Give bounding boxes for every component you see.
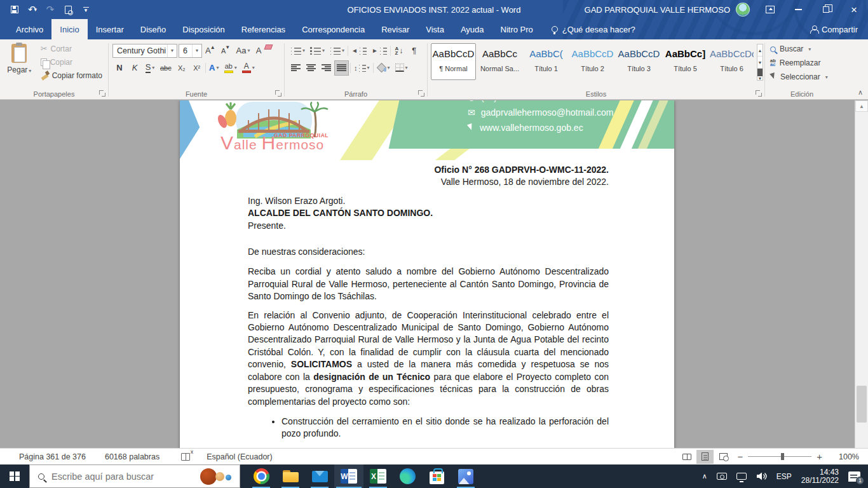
redo-button[interactable]: ↷ bbox=[42, 1, 58, 18]
font-dialog-launcher-icon[interactable] bbox=[275, 90, 281, 97]
styles-dialog-launcher-icon[interactable] bbox=[756, 90, 762, 97]
taskbar-store[interactable] bbox=[422, 464, 451, 488]
tab-nitro-pro[interactable]: Nitro Pro bbox=[492, 19, 541, 39]
change-case-button[interactable]: Aa bbox=[234, 43, 252, 58]
speaker-icon[interactable] bbox=[756, 472, 767, 480]
sort-button[interactable]: AZ↓ bbox=[392, 43, 406, 58]
decrease-indent-button[interactable]: ◄ bbox=[349, 43, 369, 58]
restore-button[interactable] bbox=[812, 0, 840, 19]
paste-button[interactable]: Pegar bbox=[3, 42, 36, 74]
shading-button[interactable] bbox=[375, 60, 392, 76]
undo-button[interactable]: ↶▾ bbox=[24, 1, 41, 18]
account-avatar[interactable] bbox=[736, 3, 750, 17]
close-button[interactable]: × bbox=[840, 0, 868, 19]
read-mode-button[interactable] bbox=[678, 450, 695, 464]
style-titulo-6[interactable]: AaBbCcDc Título 6 bbox=[709, 43, 754, 80]
customize-qat-button[interactable]: ▾ bbox=[78, 1, 94, 18]
tell-me-box[interactable]: ¿Qué desea hacer? bbox=[552, 19, 635, 39]
copy-button[interactable]: Copiar bbox=[37, 55, 105, 69]
shrink-font-button[interactable]: A▼ bbox=[219, 43, 233, 58]
tab-diseno[interactable]: Diseño bbox=[132, 19, 174, 39]
styles-scroll-down-icon[interactable]: ▼ bbox=[757, 57, 763, 69]
cut-button[interactable]: ✂ Cortar bbox=[37, 42, 105, 55]
network-tray-icon[interactable] bbox=[736, 473, 747, 480]
vertical-scrollbar[interactable]: ▲ bbox=[855, 100, 868, 448]
superscript-button[interactable]: X² bbox=[190, 60, 204, 76]
proofing-status-icon[interactable] bbox=[181, 453, 190, 461]
tab-vista[interactable]: Vista bbox=[417, 19, 452, 39]
start-button[interactable] bbox=[0, 464, 29, 488]
taskbar-word[interactable]: W bbox=[334, 464, 363, 488]
text-effects-button[interactable]: A bbox=[207, 60, 221, 76]
hidden-icons-chevron-icon[interactable]: ∧ bbox=[702, 472, 707, 480]
format-painter-button[interactable]: Copiar formato bbox=[37, 69, 105, 82]
style-titulo-2[interactable]: AaBbCcD Título 2 bbox=[570, 43, 615, 80]
taskbar-photos[interactable] bbox=[451, 464, 480, 488]
font-color-button[interactable]: A bbox=[240, 60, 257, 76]
font-name-combo[interactable]: Century Gothi ▾ bbox=[112, 44, 177, 58]
bold-button[interactable]: N bbox=[112, 60, 126, 76]
taskbar-search-box[interactable] bbox=[29, 464, 240, 488]
keyboard-language[interactable]: ESP bbox=[776, 472, 792, 481]
clipboard-dialog-launcher-icon[interactable] bbox=[99, 90, 105, 97]
tab-ayuda[interactable]: Ayuda bbox=[452, 19, 492, 39]
tab-insertar[interactable]: Insertar bbox=[88, 19, 132, 39]
tab-referencias[interactable]: Referencias bbox=[233, 19, 294, 39]
taskbar-file-explorer[interactable] bbox=[276, 464, 305, 488]
zoom-in-button[interactable]: + bbox=[811, 451, 827, 462]
align-right-button[interactable] bbox=[319, 60, 333, 76]
zoom-slider-thumb[interactable] bbox=[781, 453, 784, 460]
taskbar-edge[interactable] bbox=[393, 464, 422, 488]
italic-button[interactable]: K bbox=[128, 60, 142, 76]
styles-scroll-up-icon[interactable]: ▲ bbox=[757, 44, 763, 57]
account-area[interactable]: GAD PARROQUIAL VALLE HERMOSO bbox=[585, 3, 750, 17]
taskbar-clock[interactable]: 14:43 28/11/2022 bbox=[801, 468, 839, 485]
page-indicator[interactable]: Página 361 de 376 bbox=[19, 452, 86, 461]
minimize-button[interactable] bbox=[784, 0, 812, 19]
taskbar-chrome[interactable] bbox=[247, 464, 276, 488]
style-titulo-3[interactable]: AaBbCcD Título 3 bbox=[616, 43, 661, 80]
borders-button[interactable] bbox=[393, 60, 410, 76]
print-preview-button[interactable] bbox=[60, 1, 76, 18]
style-normal[interactable]: AaBbCcD ¶ Normal bbox=[431, 43, 476, 80]
replace-button[interactable]: abac Reemplazar bbox=[768, 56, 836, 70]
ribbon-display-options-button[interactable] bbox=[756, 0, 784, 19]
print-layout-button[interactable] bbox=[696, 450, 714, 464]
line-spacing-button[interactable]: ↕ bbox=[352, 60, 372, 76]
tab-inicio[interactable]: Inicio bbox=[51, 19, 87, 39]
save-button[interactable] bbox=[6, 1, 23, 18]
paragraph-dialog-launcher-icon[interactable] bbox=[418, 90, 424, 97]
justify-button[interactable] bbox=[334, 60, 349, 76]
zoom-slider[interactable] bbox=[748, 456, 811, 457]
zoom-percentage[interactable]: 100% bbox=[835, 452, 859, 461]
share-button[interactable]: Compartir bbox=[810, 19, 868, 39]
underline-button[interactable]: S bbox=[143, 60, 157, 76]
action-center-icon[interactable]: 1 bbox=[848, 471, 860, 482]
taskbar-mail[interactable] bbox=[305, 464, 334, 488]
document-page[interactable]: Valle Hermoso GAD PARROQUIAL (02)2770220… bbox=[180, 100, 674, 448]
web-layout-button[interactable] bbox=[715, 450, 732, 464]
multilevel-list-button[interactable] bbox=[328, 43, 346, 58]
scrollbar-thumb[interactable] bbox=[857, 386, 867, 423]
highlight-color-button[interactable]: ab bbox=[222, 60, 239, 76]
show-paragraph-marks-button[interactable]: ¶ bbox=[407, 43, 421, 58]
style-normal-sa[interactable]: AaBbCc Normal Sa... bbox=[477, 43, 522, 80]
numbering-button[interactable] bbox=[308, 43, 327, 58]
search-input[interactable] bbox=[51, 471, 240, 482]
find-button[interactable]: Buscar bbox=[768, 42, 836, 56]
tab-archivo[interactable]: Archivo bbox=[8, 19, 51, 39]
styles-more-icon[interactable]: ▼ bbox=[757, 69, 763, 80]
select-button[interactable]: Seleccionar bbox=[768, 70, 836, 84]
zoom-out-button[interactable]: − bbox=[732, 451, 748, 462]
tab-revisar[interactable]: Revisar bbox=[373, 19, 417, 39]
subscript-button[interactable]: X₂ bbox=[175, 60, 189, 76]
tab-correspondencia[interactable]: Correspondencia bbox=[294, 19, 373, 39]
screen-snip-tray-icon[interactable] bbox=[717, 473, 727, 480]
language-indicator[interactable]: Español (Ecuador) bbox=[207, 452, 273, 461]
word-count[interactable]: 60168 palabras bbox=[105, 452, 159, 461]
increase-indent-button[interactable]: ► bbox=[370, 43, 389, 58]
align-left-button[interactable] bbox=[288, 60, 302, 76]
grow-font-button[interactable]: A▲ bbox=[203, 43, 218, 58]
style-titulo-1[interactable]: AaBbC( Título 1 bbox=[524, 43, 569, 80]
tab-disposicion[interactable]: Disposición bbox=[174, 19, 233, 39]
